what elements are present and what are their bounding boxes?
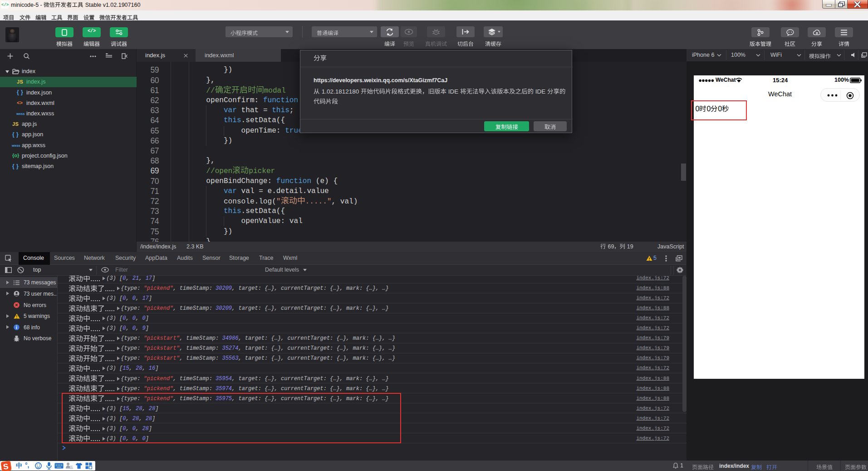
svg-text:15: 15 <box>70 466 73 469</box>
